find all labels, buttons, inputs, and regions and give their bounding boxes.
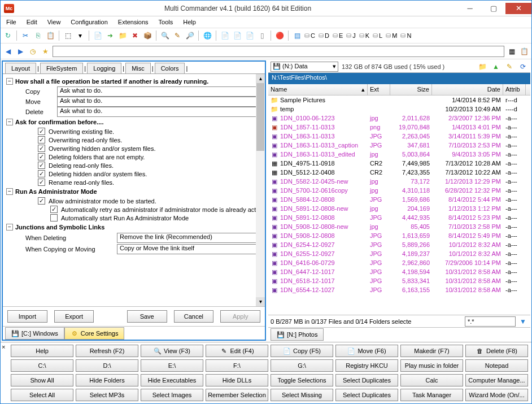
col-name[interactable]: Name ▴ <box>268 84 368 95</box>
cmd-button[interactable]: Select Duplicates <box>335 374 398 386</box>
cmd-button[interactable]: D:\ <box>76 359 138 372</box>
cmd-button[interactable]: Hide Folders <box>76 374 138 386</box>
checkbox[interactable]: ✓ <box>38 179 45 186</box>
drive-D[interactable]: ⛁ D <box>317 32 330 40</box>
collapse-icon[interactable]: − <box>6 188 13 195</box>
drive-E[interactable]: ⛁ E <box>332 32 344 40</box>
drive-L[interactable]: ⛁ L <box>372 32 383 40</box>
file-row[interactable]: ▣1DN_6447-12-1017JPG4,198,59410/31/2012 … <box>268 267 530 276</box>
checkbox[interactable]: ✓ <box>38 136 45 144</box>
disk-icon[interactable]: ▤ <box>292 31 302 41</box>
file-row[interactable]: ▣1DN_5891-12-0808JPG4,442,9358/14/2012 5… <box>268 213 530 222</box>
settings-tab-colors[interactable]: Colors <box>155 63 185 73</box>
cmd-button[interactable]: Task Manager <box>400 389 463 401</box>
file-row[interactable]: ▣1DN_6255-12-0927JPG4,189,23710/1/2012 8… <box>268 249 530 258</box>
file-row[interactable]: ▣1DN_1857-11-0313png19,070,8481/4/2013 4… <box>268 123 530 132</box>
pack-icon[interactable]: 📦 <box>142 31 152 41</box>
file-row[interactable]: ▣1DN_6554-12-1027JPG6,163,15510/31/2012 … <box>268 285 530 294</box>
paste-icon[interactable]: 📋 <box>45 31 55 41</box>
file-row[interactable]: ▣1DN_5908-12-0808-newjpg85,4057/10/2013 … <box>268 222 530 231</box>
history-icon[interactable]: ◷ <box>28 46 38 57</box>
cmd-button[interactable]: Refresh (F2) <box>76 345 138 357</box>
cmd-button[interactable]: ✎Edit (F4) <box>206 345 268 357</box>
settings-tab-filesystem[interactable]: FileSystem <box>40 63 83 73</box>
file-row[interactable]: ▣1DN_1863-11-0313_editedjpg5,003,8649/4/… <box>268 150 530 159</box>
file-row[interactable]: ▣1DN_1863-11-0313_captionJPG347,6817/10/… <box>268 141 530 150</box>
cmd-button[interactable]: Hide Executables <box>141 374 203 386</box>
settings-tab-misc[interactable]: Misc <box>125 63 151 73</box>
file-row[interactable]: 📁temp10/2/2013 10:49 AM----d <box>268 105 530 114</box>
cmd-button[interactable]: F:\ <box>206 359 268 372</box>
file-row[interactable]: ▣1DN_5891-12-0808-newjpg204,1691/12/2013… <box>268 204 530 213</box>
delete-icon[interactable]: ✖ <box>130 31 140 41</box>
file-row[interactable]: ▣1DN_5884-12-0808JPG1,569,6868/14/2012 5… <box>268 195 530 204</box>
address-input[interactable] <box>53 46 504 57</box>
checkbox[interactable]: ✓ <box>38 128 45 135</box>
close-button[interactable]: ✕ <box>505 3 531 14</box>
file-new-icon[interactable]: 📄 <box>93 31 103 41</box>
option-select[interactable]: Ask what to do.▾ <box>57 97 264 107</box>
collapse-icon[interactable]: − <box>6 224 13 231</box>
search-icon[interactable]: 🔎 <box>185 31 195 41</box>
dropdown-icon[interactable]: ▾ <box>75 31 85 41</box>
compare-icon[interactable]: ▯ <box>257 31 267 41</box>
drive-M[interactable]: ⛁ M <box>385 32 398 40</box>
path-bar[interactable]: N:\TestFiles\Photos\ <box>268 73 530 84</box>
cmd-button[interactable]: Calc <box>400 374 463 386</box>
file-row[interactable]: ▣1DN_5908-12-0808JPG1,613,6598/14/2012 5… <box>268 231 530 240</box>
doc1-icon[interactable]: 📄 <box>220 31 230 41</box>
filter-icon[interactable]: ▼ <box>518 316 528 327</box>
file-row[interactable]: ▦1DN_5512-12-0408CR27,423,3557/13/2012 1… <box>268 168 530 177</box>
cmd-button[interactable]: E:\ <box>141 359 203 372</box>
option-select[interactable]: Remove the link (Recommended)▾ <box>117 233 264 243</box>
drive-C[interactable]: ⛁ C <box>303 32 316 40</box>
cmd-button[interactable]: C:\ <box>11 359 73 372</box>
file-row[interactable]: ▣1DN_6254-12-0927JPG5,889,26610/1/2012 8… <box>268 240 530 249</box>
file-row[interactable]: 📁Sample Pictures1/4/2014 8:52 PMr---d <box>268 95 530 105</box>
menu-configuration[interactable]: Configuration <box>66 18 112 27</box>
root-icon[interactable]: ✎ <box>504 62 514 72</box>
cmd-button[interactable]: Hide DLLs <box>206 374 268 386</box>
cmd-button[interactable]: Help <box>11 345 73 357</box>
menu-edit[interactable]: Edit <box>22 18 42 27</box>
color-icon[interactable]: 🔴 <box>274 31 285 41</box>
forward-icon[interactable]: ▶ <box>15 46 25 57</box>
menu-extensions[interactable]: Extensions <box>114 18 153 27</box>
favorites-icon[interactable]: ★ <box>40 46 50 57</box>
col-date[interactable]: Date <box>432 84 503 95</box>
file-row[interactable]: ▣1DN_1863-11-0313JPG2,263,0453/14/2011 5… <box>268 132 530 141</box>
minimize-button[interactable]: ─ <box>458 3 482 14</box>
folder-icon[interactable]: 📁 <box>117 31 128 41</box>
option-select[interactable]: Ask what to do.▾ <box>57 107 264 117</box>
cmd-button[interactable]: Wizard Mode (On/... <box>465 389 528 401</box>
cut-icon[interactable]: ✂ <box>20 31 30 41</box>
file-row[interactable]: ▣1DN_5582-12-0425-newjpg73,1721/12/2013 … <box>268 177 530 186</box>
checkbox[interactable] <box>50 214 58 221</box>
cmd-button[interactable]: Registry HKCU <box>335 359 398 372</box>
view-icon[interactable]: 🔍 <box>160 31 170 41</box>
option-select[interactable]: Ask what to do.▾ <box>57 86 264 97</box>
select-icon[interactable]: ⬚ <box>63 31 73 41</box>
right-tab[interactable]: 💾[N:] Photos <box>271 328 324 341</box>
file-row[interactable]: ▣1DN_5700-12-0616copyjpg4,310,1186/28/20… <box>268 186 530 195</box>
menu-file[interactable]: File <box>2 18 21 27</box>
drive-K[interactable]: ⛁ K <box>358 32 370 40</box>
doc2-icon[interactable]: 📄 <box>232 31 242 41</box>
close-panel-icon[interactable]: × <box>2 344 8 350</box>
back-icon[interactable]: ◀ <box>3 46 13 57</box>
cmd-button[interactable]: Computer Manage... <box>465 374 528 386</box>
cmd-button[interactable]: Notepad <box>465 359 528 372</box>
file-row[interactable]: ▣1DN_6518-12-1017JPG5,833,34110/31/2012 … <box>268 276 530 285</box>
drive-J[interactable]: ⛁ J <box>345 32 357 40</box>
drive-select[interactable]: 💾 (N:) Data▾ <box>271 62 338 72</box>
cmd-button[interactable]: Select Images <box>141 389 203 401</box>
file-list[interactable]: 📁Sample Pictures1/4/2014 8:52 PMr---d📁te… <box>268 95 530 315</box>
panel-tab[interactable]: 💾[C:] Windows <box>5 327 64 340</box>
cmd-button[interactable]: Select Missing <box>271 389 333 401</box>
cmd-button[interactable]: Select MP3s <box>76 389 138 401</box>
cmd-button[interactable]: Select All <box>11 389 73 401</box>
file-row[interactable]: ▣1DN_6416-06-0729JPG2,962,8607/29/2006 1… <box>268 258 530 267</box>
drive-N[interactable]: ⛁ N <box>399 32 412 40</box>
web-icon[interactable]: 🌐 <box>202 31 212 41</box>
menu-tools[interactable]: Tools <box>154 18 178 27</box>
